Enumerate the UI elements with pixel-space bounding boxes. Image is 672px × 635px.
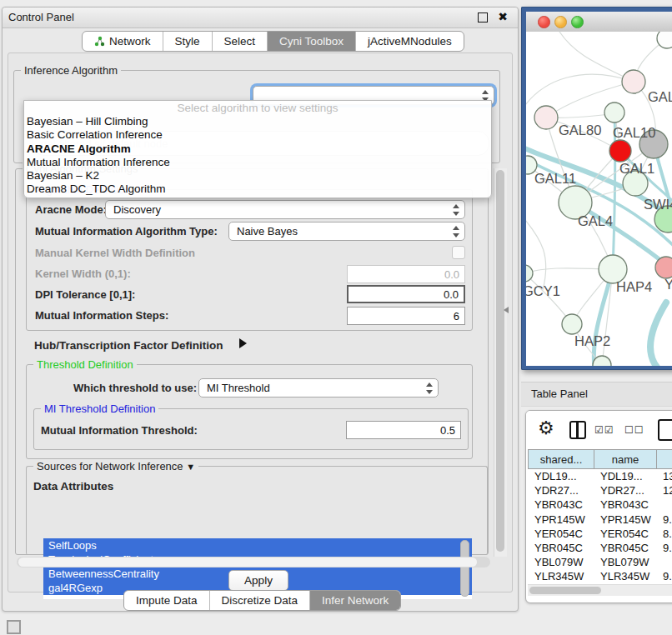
table-panel-window: ⚙ ☑☑ ☐☐ shared...name YDL19...YDL19...13… bbox=[525, 410, 672, 603]
tab-infer-network[interactable]: Infer Network bbox=[310, 591, 400, 610]
which-threshold-combobox[interactable]: MI Threshold bbox=[198, 378, 439, 398]
network-canvas[interactable]: GALGAL80GAL10GAL1GAL11SWI4GAL4GCY1HAP4YH… bbox=[526, 32, 672, 366]
data-attributes-label: Data Attributes bbox=[33, 480, 113, 492]
tab-jactivemnodules[interactable]: jActiveMNodules bbox=[356, 32, 464, 51]
expand-right-icon[interactable] bbox=[239, 338, 247, 348]
network-node-gal[interactable] bbox=[622, 70, 645, 93]
tab-cyni-toolbox[interactable]: Cyni Toolbox bbox=[268, 32, 356, 51]
mi-steps-field[interactable]: 6 bbox=[347, 307, 465, 325]
table-cell: YPR145W bbox=[594, 512, 656, 527]
dpi-tolerance-label: DPI Tolerance [0,1]: bbox=[35, 288, 135, 301]
network-node-gcy1[interactable] bbox=[526, 265, 533, 282]
settings-vertical-scrollbar[interactable] bbox=[494, 168, 507, 557]
which-threshold-value: MI Threshold bbox=[207, 382, 270, 394]
network-window-titlebar[interactable] bbox=[526, 12, 672, 32]
which-threshold-label: Which threshold to use: bbox=[73, 382, 197, 394]
settings-horizontal-scrollbar[interactable] bbox=[17, 557, 490, 568]
table-cell bbox=[656, 498, 672, 512]
algorithm-option[interactable]: ARACNE Algorithm bbox=[24, 142, 491, 156]
table-row[interactable]: YBR043CYBR043C bbox=[528, 498, 672, 512]
tab-network[interactable]: Network bbox=[83, 32, 163, 51]
aracne-mode-combobox[interactable]: Discovery bbox=[105, 200, 465, 219]
table-column-header[interactable] bbox=[656, 449, 672, 469]
algorithm-option[interactable]: Mutual Information Inference bbox=[24, 156, 491, 169]
table-cell: YLR345W bbox=[594, 569, 656, 583]
stepper-icon bbox=[452, 204, 459, 216]
network-node-label: GCY1 bbox=[526, 283, 560, 298]
mi-threshold-field[interactable]: 0.5 bbox=[346, 421, 461, 439]
algorithm-option[interactable]: Dream8 DC_TDC Algorithm bbox=[24, 182, 491, 196]
table-column-header[interactable]: shared... bbox=[528, 449, 594, 469]
table-row[interactable]: YDR27...YDR27...12 bbox=[528, 483, 672, 498]
table-cell: YBL079W bbox=[594, 555, 656, 569]
table-cell: YBL079W bbox=[528, 555, 594, 569]
float-window-icon[interactable] bbox=[478, 12, 488, 22]
table-cell: YER054C bbox=[594, 527, 656, 541]
mi-algorithm-type-label: Mutual Information Algorithm Type: bbox=[35, 225, 218, 238]
table-row[interactable]: YBL079WYBL079W bbox=[528, 555, 672, 569]
gear-icon[interactable]: ⚙ bbox=[538, 418, 554, 439]
table-row[interactable]: YER054CYER054C8. bbox=[528, 527, 672, 541]
new-table-icon[interactable] bbox=[658, 419, 672, 441]
tab-impute-data[interactable]: Impute Data bbox=[124, 591, 210, 610]
stepper-icon bbox=[452, 226, 459, 238]
apply-button[interactable]: Apply bbox=[228, 570, 288, 591]
attributes-list-scrollbar[interactable] bbox=[460, 540, 469, 597]
sources-group-title: Sources for Network Inference ▼ bbox=[33, 460, 198, 472]
collapse-down-icon[interactable]: ▼ bbox=[186, 462, 195, 472]
network-node-hap2[interactable] bbox=[562, 314, 582, 334]
select-all-checkboxes-icon[interactable]: ☑☑ bbox=[594, 424, 614, 436]
table-cell: YDR27... bbox=[528, 483, 594, 498]
network-node-gal1[interactable] bbox=[609, 140, 631, 162]
bottom-tabbar: Impute Data Discretize Data Infer Networ… bbox=[123, 590, 401, 611]
network-node-y[interactable] bbox=[655, 257, 672, 278]
table-row[interactable]: YDL19...YDL19...13 bbox=[528, 469, 672, 483]
network-node-label: HAP2 bbox=[574, 333, 610, 348]
manual-kernel-width-checkbox[interactable] bbox=[452, 246, 465, 259]
tab-style[interactable]: Style bbox=[163, 32, 213, 51]
table-row[interactable]: YBR045CYBR045C9. bbox=[528, 541, 672, 555]
hub-tf-definition-label[interactable]: Hub/Transcription Factor Definition bbox=[34, 339, 223, 352]
collapsed-panel-icon[interactable] bbox=[7, 620, 21, 634]
table-cell: YPR145W bbox=[528, 512, 594, 527]
algorithm-option[interactable]: Basic Correlation Inference bbox=[24, 128, 491, 142]
zoom-traffic-light-icon[interactable] bbox=[571, 16, 584, 28]
network-node-label: GAL11 bbox=[534, 171, 576, 186]
table-row[interactable]: YPR145WYPR145W9. bbox=[528, 512, 672, 527]
network-graph-icon bbox=[94, 36, 105, 47]
kernel-width-field[interactable]: 0.0 bbox=[347, 265, 465, 283]
columns-icon[interactable] bbox=[569, 421, 586, 439]
network-node-gal80[interactable] bbox=[534, 106, 558, 129]
table-column-header[interactable]: name bbox=[594, 449, 656, 469]
network-node-label: GAL80 bbox=[559, 122, 601, 138]
dpi-tolerance-field[interactable]: 0.0 bbox=[347, 285, 465, 303]
network-node-label: HAP4 bbox=[616, 279, 652, 294]
scrollbar-thumb[interactable] bbox=[496, 170, 504, 552]
minimize-traffic-light-icon[interactable] bbox=[554, 16, 567, 28]
control-panel-tabbar: Network Style Select Cyni Toolbox jActiv… bbox=[82, 31, 464, 52]
network-view-window: GALGAL80GAL10GAL1GAL11SWI4GAL4GCY1HAP4YH… bbox=[521, 7, 672, 370]
mi-algorithm-type-combobox[interactable]: Naive Bayes bbox=[228, 222, 465, 241]
table-cell: YDL19... bbox=[528, 469, 594, 483]
control-panel-titlebar[interactable]: Control Panel ✖ bbox=[3, 8, 518, 28]
table-cell: YER054C bbox=[528, 527, 594, 541]
splitpane-collapse-icon[interactable] bbox=[504, 307, 509, 313]
tab-discretize-data[interactable]: Discretize Data bbox=[210, 591, 311, 610]
inference-algorithm-group-title: Inference Algorithm bbox=[21, 64, 121, 77]
tab-select[interactable]: Select bbox=[213, 32, 268, 51]
network-edge[interactable] bbox=[650, 302, 666, 366]
algorithm-option[interactable]: Bayesian – Hill Climbing bbox=[24, 115, 491, 128]
deselect-all-checkboxes-icon[interactable]: ☐☐ bbox=[624, 424, 644, 436]
table-horizontal-scrollbar[interactable] bbox=[528, 584, 672, 596]
scrollbar-thumb[interactable] bbox=[18, 558, 477, 567]
data-attribute-item[interactable]: SelfLoops bbox=[43, 538, 472, 552]
network-node[interactable] bbox=[657, 32, 672, 48]
table-cell bbox=[656, 555, 672, 569]
close-icon[interactable]: ✖ bbox=[498, 10, 508, 23]
network-node-gal10[interactable] bbox=[604, 102, 624, 122]
table-row[interactable]: YLR345WYLR345W9. bbox=[528, 569, 672, 583]
network-graph[interactable]: GALGAL80GAL10GAL1GAL11SWI4GAL4GCY1HAP4YH… bbox=[526, 32, 672, 366]
scrollbar-thumb[interactable] bbox=[529, 587, 601, 594]
close-traffic-light-icon[interactable] bbox=[538, 16, 550, 28]
algorithm-option[interactable]: Bayesian – K2 bbox=[24, 169, 491, 182]
